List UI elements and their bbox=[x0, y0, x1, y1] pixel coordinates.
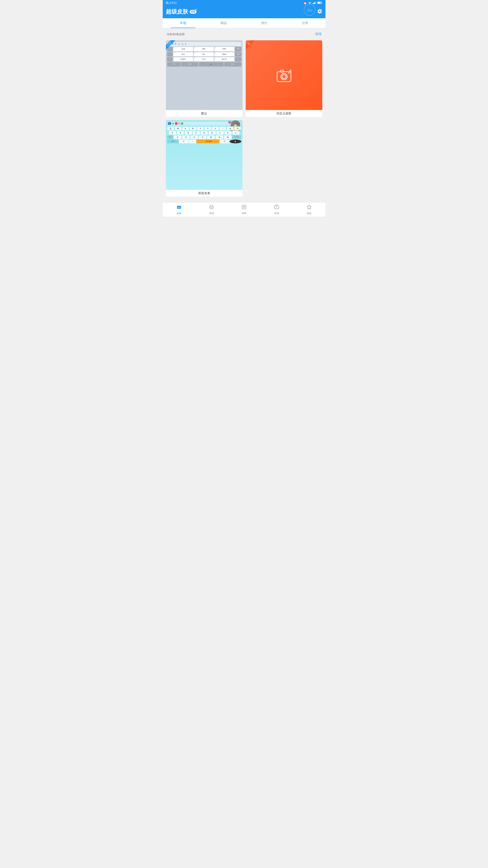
tab-ranking[interactable]: 排行 bbox=[244, 18, 285, 28]
svg-point-21 bbox=[212, 207, 213, 207]
svg-marker-29 bbox=[307, 205, 312, 209]
nav-item-skin[interactable]: du 皮肤 bbox=[163, 203, 195, 217]
svg-text:du: du bbox=[307, 7, 312, 12]
status-bar: 晚上9:51 ⏰ bbox=[163, 0, 325, 6]
settings-icon[interactable] bbox=[317, 8, 322, 15]
nav-label-discover: 发现 bbox=[274, 212, 279, 215]
nav-item-premium[interactable]: 精品 bbox=[293, 203, 325, 217]
skin-count-bar: 当前有2套皮肤 管理 bbox=[166, 31, 322, 38]
tab-local[interactable]: 本地 bbox=[163, 18, 203, 28]
svg-rect-5 bbox=[317, 2, 321, 3]
dict-nav-icon bbox=[241, 205, 247, 211]
skin-thumbnail-miku: du 😊 A 英 🔍 ©CFM Q W E R T Y bbox=[166, 120, 242, 190]
skin-name-miku: 初音未来 bbox=[166, 190, 242, 197]
main-content: 当前有2套皮肤 管理 😊 拼 英 </> 🔍 ▼ bbox=[163, 28, 325, 202]
discover-nav-icon bbox=[274, 205, 279, 211]
kb-row-1: ， 1 分词 2 ABC 3 DEF ⌫ bbox=[167, 47, 241, 52]
svg-rect-6 bbox=[321, 2, 322, 3]
skin-nav-icon: du bbox=[176, 205, 182, 211]
nav-item-discover[interactable]: 发现 bbox=[260, 203, 293, 217]
skin-item-custom[interactable]: 新 自定义皮肤 bbox=[246, 40, 322, 117]
nav-label-premium: 精品 bbox=[307, 212, 312, 215]
app-header: 超级皮肤 经典 du bbox=[163, 6, 325, 18]
svg-rect-3 bbox=[315, 1, 316, 4]
premium-nav-icon bbox=[306, 205, 312, 211]
camera-skin-bg bbox=[246, 40, 322, 110]
svg-point-19 bbox=[209, 205, 214, 209]
skin-thumbnail-default: 😊 拼 英 </> 🔍 ▼ ， 1 分词 bbox=[166, 40, 242, 110]
classic-badge: 经典 bbox=[190, 10, 196, 14]
kb-row-3: ？ 7 PQRS 8 TUV 9 WXYZ ↵ bbox=[167, 57, 241, 61]
svg-line-16 bbox=[290, 72, 291, 73]
skin-name-custom: 自定义皮肤 bbox=[246, 110, 322, 117]
svg-point-20 bbox=[210, 207, 211, 207]
nav-label-skin: 皮肤 bbox=[176, 212, 182, 215]
nav-label-dict: 词库 bbox=[242, 212, 247, 215]
kb-row-2: 。 4 GHI 5 JKL 6 MNO 清空 bbox=[167, 52, 241, 56]
skin-count-text: 当前有2套皮肤 bbox=[167, 33, 185, 36]
skin-item-default[interactable]: 😊 拼 英 </> 🔍 ▼ ， 1 分词 bbox=[166, 40, 242, 117]
header-logo: du bbox=[304, 4, 316, 16]
svg-point-13 bbox=[288, 72, 289, 74]
emoji-nav-icon bbox=[209, 205, 214, 211]
svg-line-14 bbox=[290, 70, 291, 70]
manage-button[interactable]: 管理 bbox=[315, 32, 322, 36]
nav-label-emoji: 表情 bbox=[209, 212, 214, 215]
svg-point-11 bbox=[282, 75, 286, 79]
new-badge: 新 bbox=[246, 40, 256, 50]
battery-icon bbox=[317, 1, 322, 5]
camera-icon bbox=[276, 67, 292, 83]
time-display: 晚上9:51 bbox=[166, 1, 177, 5]
svg-rect-12 bbox=[281, 70, 284, 72]
header-title-area: 超级皮肤 经典 bbox=[166, 8, 196, 16]
svg-line-15 bbox=[291, 71, 291, 71]
svg-rect-2 bbox=[314, 2, 315, 4]
nav-item-emoji[interactable]: 表情 bbox=[195, 203, 228, 217]
enabled-badge: 已启用 bbox=[166, 40, 176, 50]
skin-name-default: 默认 bbox=[166, 110, 242, 117]
skin-thumbnail-custom: 新 bbox=[246, 40, 322, 110]
kb-row-4: 123 中/A 🎤 符号 bbox=[167, 62, 241, 66]
svg-text:du: du bbox=[178, 207, 180, 209]
svg-rect-1 bbox=[314, 3, 314, 4]
skin-grid-miku: du 😊 A 英 🔍 ©CFM Q W E R T Y bbox=[166, 120, 322, 200]
skin-item-miku[interactable]: du 😊 A 英 🔍 ©CFM Q W E R T Y bbox=[166, 120, 242, 197]
tab-category[interactable]: 分类 bbox=[285, 18, 325, 28]
nav-item-dict[interactable]: 词库 bbox=[228, 203, 260, 217]
skin-grid-top: 😊 拼 英 </> 🔍 ▼ ， 1 分词 bbox=[166, 40, 322, 117]
tab-bar: 本地 精品 排行 分类 bbox=[163, 18, 325, 28]
bottom-nav: du 皮肤 表情 词库 bbox=[163, 202, 325, 217]
tab-featured[interactable]: 精品 bbox=[203, 18, 244, 28]
kb-toolbar-default: 😊 拼 英 </> 🔍 ▼ bbox=[167, 42, 241, 46]
app-title: 超级皮肤 bbox=[166, 8, 188, 16]
